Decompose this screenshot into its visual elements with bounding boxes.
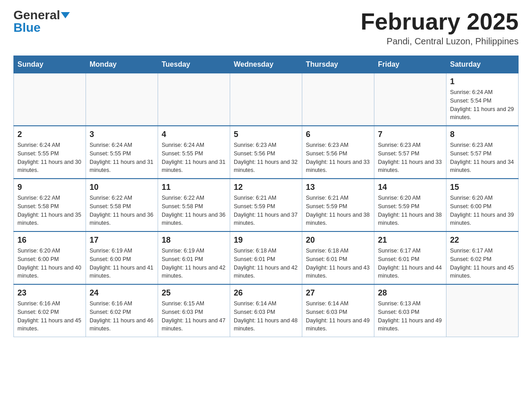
day-number: 23 bbox=[17, 288, 82, 298]
day-info: Sunrise: 6:21 AMSunset: 5:59 PMDaylight:… bbox=[306, 194, 370, 227]
calendar-cell: 8Sunrise: 6:23 AMSunset: 5:57 PMDaylight… bbox=[446, 126, 519, 179]
calendar-cell: 23Sunrise: 6:16 AMSunset: 6:02 PMDayligh… bbox=[14, 284, 86, 337]
calendar-cell bbox=[158, 73, 230, 126]
calendar-cell bbox=[374, 73, 446, 126]
day-info: Sunrise: 6:20 AMSunset: 6:00 PMDaylight:… bbox=[450, 194, 515, 227]
day-info: Sunrise: 6:20 AMSunset: 6:00 PMDaylight:… bbox=[17, 247, 82, 280]
day-info: Sunrise: 6:21 AMSunset: 5:59 PMDaylight:… bbox=[234, 194, 298, 227]
calendar-cell: 25Sunrise: 6:15 AMSunset: 6:03 PMDayligh… bbox=[158, 284, 230, 337]
calendar-week-row: 9Sunrise: 6:22 AMSunset: 5:58 PMDaylight… bbox=[14, 179, 519, 231]
day-info: Sunrise: 6:22 AMSunset: 5:58 PMDaylight:… bbox=[162, 194, 226, 227]
day-info: Sunrise: 6:14 AMSunset: 6:03 PMDaylight:… bbox=[306, 300, 370, 333]
logo: General Blue bbox=[13, 9, 70, 34]
calendar-cell bbox=[230, 73, 302, 126]
day-number: 25 bbox=[162, 288, 226, 298]
calendar-cell: 21Sunrise: 6:17 AMSunset: 6:01 PMDayligh… bbox=[374, 231, 446, 284]
calendar-cell: 24Sunrise: 6:16 AMSunset: 6:02 PMDayligh… bbox=[86, 284, 158, 337]
calendar-cell: 7Sunrise: 6:23 AMSunset: 5:57 PMDaylight… bbox=[374, 126, 446, 179]
calendar-table: SundayMondayTuesdayWednesdayThursdayFrid… bbox=[13, 56, 519, 337]
day-number: 6 bbox=[306, 130, 370, 139]
title-block: February 2025 Pandi, Central Luzon, Phil… bbox=[360, 9, 519, 47]
calendar-cell: 26Sunrise: 6:14 AMSunset: 6:03 PMDayligh… bbox=[230, 284, 302, 337]
day-info: Sunrise: 6:19 AMSunset: 6:00 PMDaylight:… bbox=[90, 247, 154, 280]
day-info: Sunrise: 6:15 AMSunset: 6:03 PMDaylight:… bbox=[162, 300, 226, 333]
day-info: Sunrise: 6:24 AMSunset: 5:55 PMDaylight:… bbox=[17, 141, 82, 175]
day-number: 22 bbox=[450, 235, 515, 245]
day-info: Sunrise: 6:14 AMSunset: 6:03 PMDaylight:… bbox=[234, 300, 298, 333]
calendar-cell: 18Sunrise: 6:19 AMSunset: 6:01 PMDayligh… bbox=[158, 231, 230, 284]
day-number: 21 bbox=[378, 235, 442, 245]
day-info: Sunrise: 6:23 AMSunset: 5:57 PMDaylight:… bbox=[450, 141, 515, 175]
calendar-cell: 1Sunrise: 6:24 AMSunset: 5:54 PMDaylight… bbox=[446, 73, 519, 126]
calendar-cell bbox=[446, 284, 519, 337]
day-number: 20 bbox=[306, 235, 370, 245]
month-title: February 2025 bbox=[360, 9, 519, 34]
calendar-cell: 14Sunrise: 6:20 AMSunset: 5:59 PMDayligh… bbox=[374, 179, 446, 231]
day-number: 7 bbox=[378, 130, 442, 139]
col-header-thursday: Thursday bbox=[302, 56, 374, 73]
day-info: Sunrise: 6:22 AMSunset: 5:58 PMDaylight:… bbox=[90, 194, 154, 227]
calendar-cell: 10Sunrise: 6:22 AMSunset: 5:58 PMDayligh… bbox=[86, 179, 158, 231]
calendar-cell bbox=[302, 73, 374, 126]
day-number: 3 bbox=[90, 130, 154, 139]
logo-general-text: General bbox=[13, 9, 60, 21]
day-info: Sunrise: 6:19 AMSunset: 6:01 PMDaylight:… bbox=[162, 247, 226, 280]
calendar-cell: 17Sunrise: 6:19 AMSunset: 6:00 PMDayligh… bbox=[86, 231, 158, 284]
day-info: Sunrise: 6:23 AMSunset: 5:56 PMDaylight:… bbox=[306, 141, 370, 175]
day-number: 28 bbox=[378, 288, 442, 298]
day-number: 14 bbox=[378, 183, 442, 192]
day-info: Sunrise: 6:17 AMSunset: 6:02 PMDaylight:… bbox=[450, 247, 515, 280]
day-number: 11 bbox=[162, 183, 226, 192]
day-number: 18 bbox=[162, 235, 226, 245]
col-header-wednesday: Wednesday bbox=[230, 56, 302, 73]
page-header: General Blue February 2025 Pandi, Centra… bbox=[13, 9, 519, 47]
day-info: Sunrise: 6:22 AMSunset: 5:58 PMDaylight:… bbox=[17, 194, 82, 227]
day-number: 2 bbox=[17, 130, 82, 139]
col-header-sunday: Sunday bbox=[14, 56, 86, 73]
day-info: Sunrise: 6:20 AMSunset: 5:59 PMDaylight:… bbox=[378, 194, 442, 227]
col-header-monday: Monday bbox=[86, 56, 158, 73]
location-title: Pandi, Central Luzon, Philippines bbox=[360, 36, 519, 47]
calendar-cell: 20Sunrise: 6:18 AMSunset: 6:01 PMDayligh… bbox=[302, 231, 374, 284]
calendar-cell: 15Sunrise: 6:20 AMSunset: 6:00 PMDayligh… bbox=[446, 179, 519, 231]
day-number: 4 bbox=[162, 130, 226, 139]
day-info: Sunrise: 6:18 AMSunset: 6:01 PMDaylight:… bbox=[234, 247, 298, 280]
day-info: Sunrise: 6:24 AMSunset: 5:54 PMDaylight:… bbox=[450, 88, 515, 122]
calendar-cell: 28Sunrise: 6:13 AMSunset: 6:03 PMDayligh… bbox=[374, 284, 446, 337]
day-number: 16 bbox=[17, 235, 82, 245]
day-number: 27 bbox=[306, 288, 370, 298]
col-header-friday: Friday bbox=[374, 56, 446, 73]
calendar-cell: 19Sunrise: 6:18 AMSunset: 6:01 PMDayligh… bbox=[230, 231, 302, 284]
day-info: Sunrise: 6:24 AMSunset: 5:55 PMDaylight:… bbox=[90, 141, 154, 175]
calendar-cell: 13Sunrise: 6:21 AMSunset: 5:59 PMDayligh… bbox=[302, 179, 374, 231]
day-number: 24 bbox=[90, 288, 154, 298]
calendar-cell bbox=[86, 73, 158, 126]
col-header-saturday: Saturday bbox=[446, 56, 519, 73]
col-header-tuesday: Tuesday bbox=[158, 56, 230, 73]
day-number: 26 bbox=[234, 288, 298, 298]
calendar-cell bbox=[14, 73, 86, 126]
day-number: 8 bbox=[450, 130, 515, 139]
calendar-cell: 27Sunrise: 6:14 AMSunset: 6:03 PMDayligh… bbox=[302, 284, 374, 337]
calendar-cell: 6Sunrise: 6:23 AMSunset: 5:56 PMDaylight… bbox=[302, 126, 374, 179]
day-info: Sunrise: 6:17 AMSunset: 6:01 PMDaylight:… bbox=[378, 247, 442, 280]
calendar-week-row: 23Sunrise: 6:16 AMSunset: 6:02 PMDayligh… bbox=[14, 284, 519, 337]
calendar-week-row: 2Sunrise: 6:24 AMSunset: 5:55 PMDaylight… bbox=[14, 126, 519, 179]
day-info: Sunrise: 6:16 AMSunset: 6:02 PMDaylight:… bbox=[17, 300, 82, 333]
day-info: Sunrise: 6:23 AMSunset: 5:56 PMDaylight:… bbox=[234, 141, 298, 175]
day-number: 5 bbox=[234, 130, 298, 139]
logo-blue-text: Blue bbox=[13, 21, 41, 34]
calendar-cell: 12Sunrise: 6:21 AMSunset: 5:59 PMDayligh… bbox=[230, 179, 302, 231]
calendar-week-row: 1Sunrise: 6:24 AMSunset: 5:54 PMDaylight… bbox=[14, 73, 519, 126]
day-number: 9 bbox=[17, 183, 82, 192]
calendar-cell: 5Sunrise: 6:23 AMSunset: 5:56 PMDaylight… bbox=[230, 126, 302, 179]
calendar-cell: 3Sunrise: 6:24 AMSunset: 5:55 PMDaylight… bbox=[86, 126, 158, 179]
calendar-cell: 11Sunrise: 6:22 AMSunset: 5:58 PMDayligh… bbox=[158, 179, 230, 231]
calendar-cell: 2Sunrise: 6:24 AMSunset: 5:55 PMDaylight… bbox=[14, 126, 86, 179]
calendar-cell: 9Sunrise: 6:22 AMSunset: 5:58 PMDaylight… bbox=[14, 179, 86, 231]
day-info: Sunrise: 6:24 AMSunset: 5:55 PMDaylight:… bbox=[162, 141, 226, 175]
calendar-header-row: SundayMondayTuesdayWednesdayThursdayFrid… bbox=[14, 56, 519, 73]
day-number: 17 bbox=[90, 235, 154, 245]
logo-arrow-icon bbox=[61, 12, 70, 18]
calendar-week-row: 16Sunrise: 6:20 AMSunset: 6:00 PMDayligh… bbox=[14, 231, 519, 284]
